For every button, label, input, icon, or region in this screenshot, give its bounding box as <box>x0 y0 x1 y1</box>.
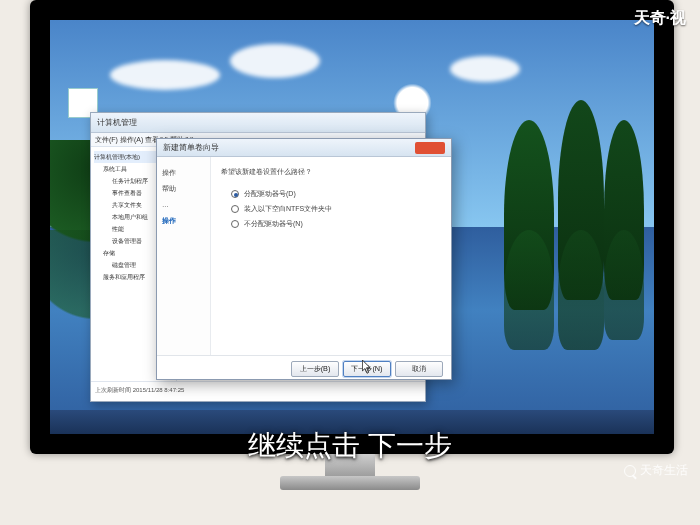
monitor-frame: 计算机管理 文件(F) 操作(A) 查看(V) 帮助(H) 计算机管理(本地) … <box>30 0 674 454</box>
wizard-sidebar: 操作 帮助 … 操作 <box>157 157 211 355</box>
wizard-side-item: … <box>162 197 205 213</box>
radio-option-no-letter[interactable]: 不分配驱动器号(N) <box>231 219 441 229</box>
radio-label: 不分配驱动器号(N) <box>244 219 303 229</box>
radio-icon[interactable] <box>231 220 239 228</box>
wizard-footer: 上一步(B) 下一步(N) 取消 <box>157 355 451 381</box>
radio-icon[interactable] <box>231 190 239 198</box>
subtitle-text: 继续点击 下一步 <box>0 427 700 465</box>
wallpaper-reflection <box>504 230 554 350</box>
wizard-main: 希望该新建卷设置什么路径？ 分配驱动器号(D) 装入以下空白NTFS文件夹中 不… <box>211 157 451 355</box>
wizard-side-item: 操作 <box>162 165 205 181</box>
wallpaper-cloud <box>110 60 220 90</box>
watermark-top: 天奇·视 <box>634 8 686 29</box>
wizard-side-item: 操作 <box>162 213 205 229</box>
search-icon <box>624 465 636 477</box>
wizard-prompt: 希望该新建卷设置什么路径？ <box>221 167 441 177</box>
radio-option-assign-letter[interactable]: 分配驱动器号(D) <box>231 189 441 199</box>
wizard-side-item: 帮助 <box>162 181 205 197</box>
desktop-screen: 计算机管理 文件(F) 操作(A) 查看(V) 帮助(H) 计算机管理(本地) … <box>50 20 654 434</box>
cancel-button[interactable]: 取消 <box>395 361 443 377</box>
back-button[interactable]: 上一步(B) <box>291 361 339 377</box>
radio-option-mount-folder[interactable]: 装入以下空白NTFS文件夹中 <box>231 204 441 214</box>
close-icon[interactable] <box>415 142 445 154</box>
cursor-icon <box>362 360 372 374</box>
wizard-title-text: 新建简单卷向导 <box>163 139 219 157</box>
wallpaper-cloud <box>230 44 320 78</box>
radio-label: 分配驱动器号(D) <box>244 189 296 199</box>
radio-label: 装入以下空白NTFS文件夹中 <box>244 204 332 214</box>
new-volume-wizard: 新建简单卷向导 操作 帮助 … 操作 希望该新建卷设置什么路径？ 分配驱动器号(… <box>156 138 452 380</box>
status-bar: 上次刷新时间 2015/11/28 8:47:25 <box>91 381 425 401</box>
radio-icon[interactable] <box>231 205 239 213</box>
wallpaper-cloud <box>450 56 520 82</box>
window-title[interactable]: 计算机管理 <box>91 113 425 133</box>
wallpaper-reflection <box>558 230 604 350</box>
wallpaper-reflection <box>604 230 644 340</box>
